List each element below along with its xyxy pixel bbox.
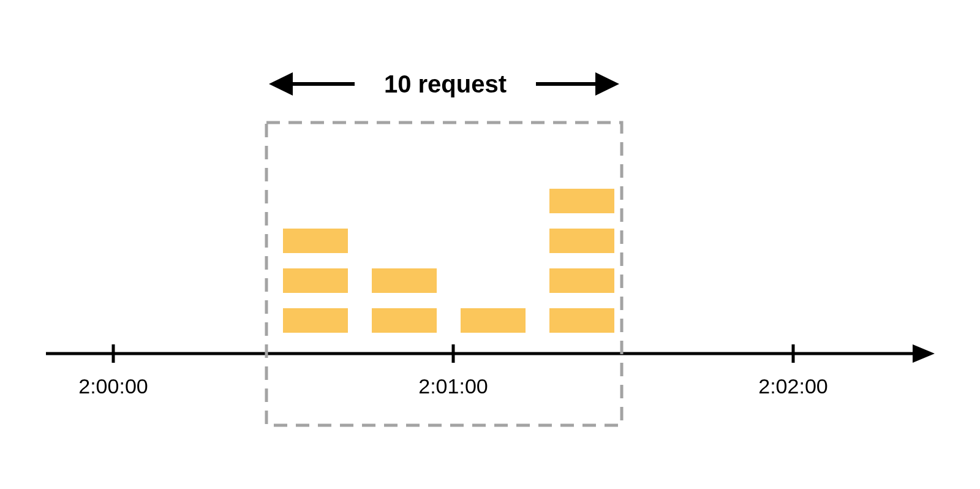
axis-tick-label-0: 2:00:00 [78,374,148,398]
svg-marker-1 [913,344,935,363]
request-block [372,268,437,293]
time-axis: 2:00:00 2:01:00 2:02:00 [46,344,935,398]
request-block [372,308,437,333]
svg-marker-7 [595,72,619,96]
request-block [283,229,348,253]
request-block [283,308,348,333]
request-block [549,308,614,333]
request-block [549,189,614,213]
request-block [549,229,614,253]
request-block [549,268,614,293]
axis-tick-label-2: 2:02:00 [758,374,827,398]
sliding-window-diagram: 2:00:00 2:01:00 2:02:00 10 request [0,0,980,489]
svg-marker-5 [269,72,293,96]
axis-tick-label-1: 2:01:00 [418,374,488,398]
request-bars [283,189,614,333]
request-block [283,268,348,293]
request-block [461,308,526,333]
window-title: 10 request [384,70,507,97]
window-title-arrow: 10 request [269,70,619,97]
